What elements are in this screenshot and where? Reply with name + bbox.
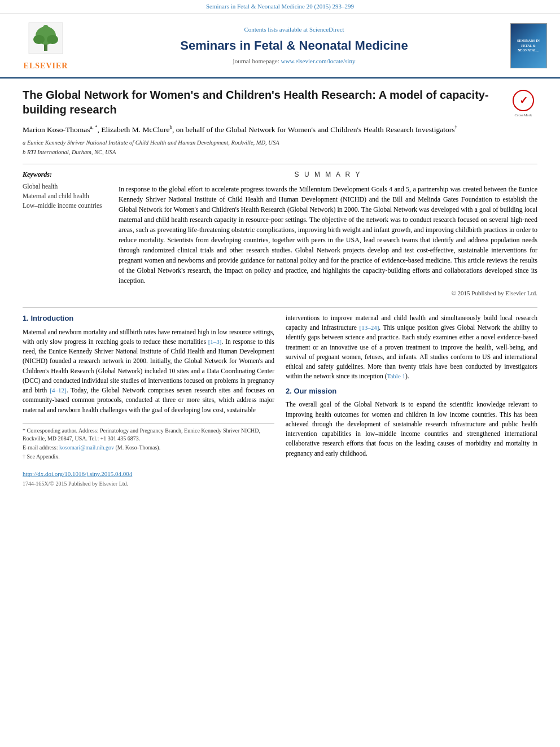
- contents-prefix: Contents lists available at: [244, 26, 309, 33]
- affiliations: a Eunice Kennedy Shriver National Instit…: [23, 139, 537, 156]
- body-left-column: 1. Introduction Maternal and newborn mor…: [23, 313, 274, 488]
- homepage-prefix: journal homepage:: [233, 58, 281, 64]
- crossmark-icon: ✓: [513, 90, 534, 111]
- footnote-email: E-mail address: kosomari@mail.nih.gov (M…: [23, 444, 274, 452]
- footnote-dagger: † See Appendix.: [23, 453, 274, 461]
- doi-link[interactable]: http://dx.doi.org/10.1016/j.siny.2015.04…: [23, 470, 274, 479]
- ref-link-13-24[interactable]: [13–24]: [360, 324, 379, 331]
- article-title-section: The Global Network for Women's and Child…: [23, 88, 537, 118]
- divider-line: [23, 164, 537, 164]
- svg-point-4: [47, 35, 58, 44]
- elsevier-tree-icon: [23, 20, 68, 59]
- ref-link-1-3[interactable]: [1–3]: [208, 338, 222, 345]
- bottom-links: http://dx.doi.org/10.1016/j.siny.2015.04…: [23, 466, 274, 488]
- journal-cover-thumbnail: SEMINARS INFETAL &NEONATAL...: [510, 23, 547, 68]
- summary-column: S U M M A R Y In response to the global …: [119, 170, 537, 298]
- ref-link-4-12[interactable]: [4–12]: [50, 387, 66, 394]
- author-1-name: Marion Koso-Thomas: [23, 125, 90, 134]
- journal-cover-image: SEMINARS INFETAL &NEONATAL...: [506, 23, 551, 68]
- author-2-name: , Elizabeth M. McClure: [98, 125, 170, 134]
- keywords-title: Keywords:: [23, 170, 107, 180]
- journal-cover-text: SEMINARS INFETAL &NEONATAL...: [517, 38, 540, 53]
- authors-group-sup: †: [455, 124, 458, 130]
- keyword-3: Low–middle income countries: [23, 201, 107, 211]
- keyword-1: Global health: [23, 182, 107, 191]
- authors-line: Marion Koso-Thomasa, *, Elizabeth M. McC…: [23, 124, 537, 136]
- email-prefix: E-mail address:: [23, 444, 59, 451]
- crossmark-badge[interactable]: ✓ CrossMark: [509, 90, 537, 118]
- section-1-heading: 1. Introduction: [23, 313, 274, 324]
- sciencedirect-link[interactable]: ScienceDirect: [309, 26, 344, 33]
- crossmark-label: CrossMark: [514, 112, 532, 118]
- section-2-heading: 2. Our mission: [286, 386, 537, 397]
- journal-header: ELSEVIER Contents lists available at Sci…: [0, 14, 560, 78]
- summary-text: In response to the global effort to acce…: [119, 184, 537, 286]
- svg-point-3: [33, 35, 45, 44]
- affiliation-b: b RTI International, Durham, NC, USA: [23, 148, 537, 157]
- body-right-column: interventions to improve maternal and ch…: [286, 313, 537, 488]
- email-suffix: (M. Koso-Thomas).: [114, 444, 160, 451]
- issn-line: 1744-165X/© 2015 Published by Elsevier L…: [23, 480, 274, 488]
- body-content: 1. Introduction Maternal and newborn mor…: [23, 313, 537, 488]
- footnotes-section: * Corresponding author. Address: Perinat…: [23, 423, 274, 461]
- keyword-2: Maternal and child health: [23, 191, 107, 201]
- journal-homepage: journal homepage: www.elsevier.com/locat…: [82, 57, 506, 66]
- section-1-para-cont: interventions to improve maternal and ch…: [286, 313, 537, 382]
- elsevier-label: ELSEVIER: [24, 60, 68, 72]
- authors-group-text: , on behalf of the Global Network for Wo…: [172, 125, 455, 134]
- table-1-link[interactable]: Table 1: [387, 373, 406, 379]
- keywords-summary-section: Keywords: Global health Maternal and chi…: [23, 170, 537, 298]
- contents-available-line: Contents lists available at ScienceDirec…: [82, 25, 506, 34]
- homepage-link[interactable]: www.elsevier.com/locate/siny: [281, 58, 356, 64]
- journal-title: Seminars in Fetal & Neonatal Medicine: [82, 37, 506, 55]
- svg-point-5: [43, 25, 49, 30]
- journal-citation-bar: Seminars in Fetal & Neonatal Medicine 20…: [0, 0, 560, 14]
- journal-citation-text: Seminars in Fetal & Neonatal Medicine 20…: [206, 3, 354, 10]
- elsevier-logo-area: ELSEVIER: [9, 20, 82, 72]
- section-1-para: Maternal and newborn mortality and still…: [23, 327, 274, 415]
- summary-heading: S U M M A R Y: [119, 170, 537, 180]
- footnote-star: * Corresponding author. Address: Perinat…: [23, 427, 274, 443]
- keywords-column: Keywords: Global health Maternal and chi…: [23, 170, 107, 298]
- email-link[interactable]: kosomari@mail.nih.gov: [59, 444, 114, 451]
- article-title: The Global Network for Women's and Child…: [23, 88, 504, 117]
- affiliation-a: a Eunice Kennedy Shriver National Instit…: [23, 139, 537, 147]
- journal-title-area: Contents lists available at ScienceDirec…: [82, 25, 506, 66]
- copyright-line: © 2015 Published by Elsevier Ltd.: [119, 289, 537, 298]
- section-divider: [23, 307, 537, 308]
- article-content: The Global Network for Women's and Child…: [0, 78, 560, 497]
- section-2-para: The overall goal of the Global Network i…: [286, 400, 537, 458]
- author-1-sup: a, *: [90, 124, 98, 130]
